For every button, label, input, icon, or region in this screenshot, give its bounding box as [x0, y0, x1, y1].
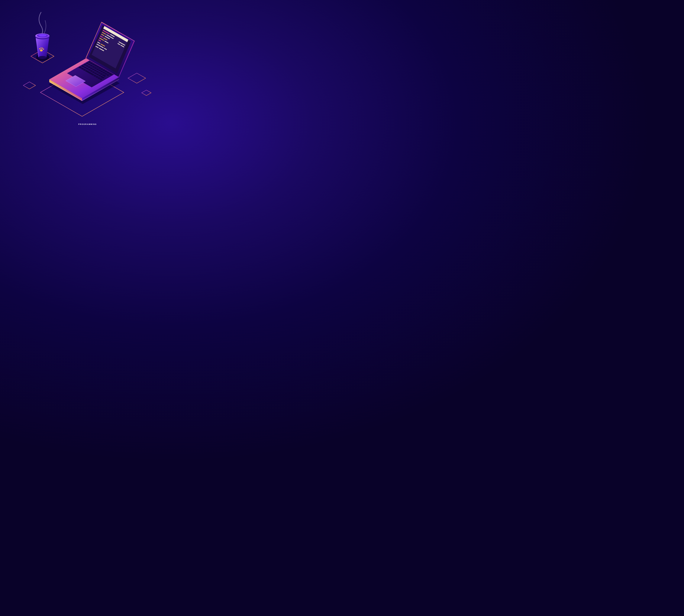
isometric-scene — [0, 0, 175, 131]
floor-tile-right-large — [128, 73, 146, 83]
steam-icon — [44, 21, 46, 34]
svg-point-6 — [41, 47, 42, 49]
floor-tile-left — [23, 82, 36, 89]
steam-icon — [39, 12, 43, 36]
svg-point-3 — [38, 34, 46, 37]
svg-point-5 — [39, 48, 40, 49]
floor-tile-right-small — [142, 90, 151, 95]
caption-text: PROGRAMMING — [78, 123, 97, 125]
laptop — [49, 22, 135, 101]
coffee-cup — [35, 12, 49, 59]
svg-point-4 — [40, 49, 43, 51]
svg-point-0 — [38, 56, 46, 59]
svg-point-8 — [43, 49, 44, 50]
svg-point-7 — [42, 48, 43, 49]
illustration-stage: PROGRAMMING — [0, 0, 175, 131]
